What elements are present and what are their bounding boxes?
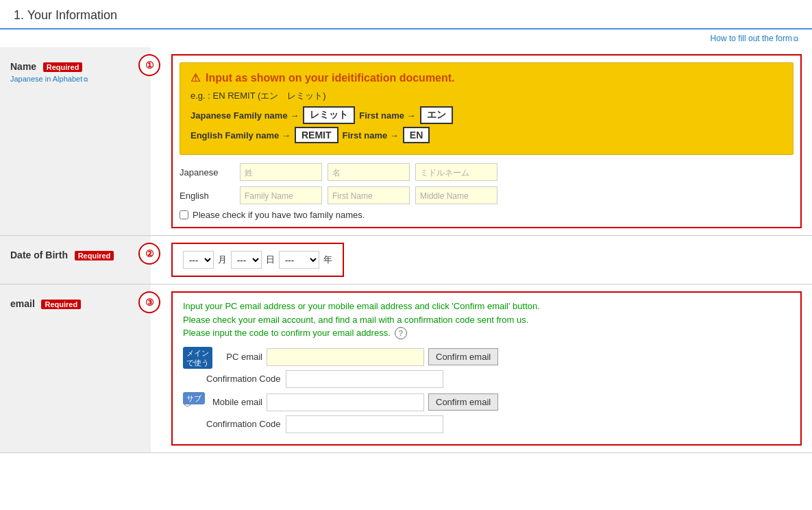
email-required-badge: Required <box>41 300 81 309</box>
japanese-lang-label: Japanese <box>180 167 234 178</box>
name-label-col: Name Required Japanese in Alphabet <box>0 47 151 235</box>
mobile-confirmation-row: Confirmation Code <box>183 415 790 433</box>
en-family-input[interactable] <box>240 186 322 204</box>
pc-email-label: PC email <box>208 352 262 362</box>
en-first-input[interactable] <box>328 186 410 204</box>
email-notice-line2: Please check your email account, and fin… <box>183 313 790 327</box>
jp-family-value: レミット <box>303 106 355 124</box>
email-content-col: ③ Input your PC email address or your mo… <box>151 284 812 452</box>
mobile-email-label: Mobile email <box>208 397 262 407</box>
dob-content-col: ② --- 1234 5678 9101112 月 --- 12345 6789… <box>151 236 812 284</box>
name-required-badge: Required <box>43 62 83 72</box>
two-family-checkbox[interactable] <box>180 210 188 219</box>
jp-first-label: First name → <box>359 110 415 121</box>
name-field-label: Name <box>10 61 36 72</box>
dob-label-col: Date of Birth Required <box>0 236 151 284</box>
day-suffix: 日 <box>266 254 275 266</box>
email-notice-line3: Please input the code to confirm your em… <box>183 326 391 340</box>
dob-day-select[interactable]: --- 12345 678910 1112131415 1617181920 2… <box>231 251 262 269</box>
en-family-value: REMIT <box>295 127 339 143</box>
how-to-link[interactable]: How to fill out the form <box>711 34 798 43</box>
dob-field-label: Date of Birth <box>10 250 68 260</box>
pc-email-group: メイン で使う PC email Confirm email <box>183 348 790 366</box>
english-input-row: English <box>180 186 793 204</box>
email-row: email Required ③ Input your PC email add… <box>0 284 812 453</box>
name-box: Input as shown on your ideitification do… <box>171 54 802 228</box>
en-first-value: EN <box>403 127 430 143</box>
year-suffix: 年 <box>323 254 332 266</box>
month-suffix: 月 <box>218 254 227 266</box>
dob-row: Date of Birth Required ② --- 1234 5678 9… <box>0 236 812 284</box>
pc-confirm-email-button[interactable]: Confirm email <box>428 348 498 365</box>
dob-box: --- 1234 5678 9101112 月 --- 12345 678910… <box>171 243 344 277</box>
pc-confirmation-row: Confirmation Code <box>183 370 790 388</box>
pc-confirmation-input[interactable] <box>286 370 443 388</box>
notice-example: e.g. : EN REMIT (エン レミット) <box>190 90 783 102</box>
email-field-label: email <box>10 298 35 309</box>
mobile-confirmation-input[interactable] <box>286 415 443 433</box>
pc-email-input[interactable] <box>267 348 424 366</box>
notice-title: Input as shown on your ideitification do… <box>190 71 783 84</box>
step-3-circle: ③ <box>138 291 160 313</box>
en-middle-input[interactable] <box>415 186 497 204</box>
page-header: 1. Your Information How to fill out the … <box>0 0 812 47</box>
mobile-email-row: サブ Mobile email Confirm email <box>208 393 498 411</box>
main-badge-wrapper: メイン で使う <box>183 347 212 369</box>
jp-family-label: Japanese Family name → <box>190 110 299 121</box>
email-notice-line1: Input your PC email address or your mobi… <box>183 300 790 313</box>
sub-badge: サブ <box>183 392 205 404</box>
email-label-col: email Required <box>0 284 151 452</box>
dob-month-select[interactable]: --- 1234 5678 9101112 <box>183 251 214 269</box>
jp-name-row: Japanese Family name → レミット First name →… <box>190 106 783 124</box>
email-notice: Input your PC email address or your mobi… <box>183 300 790 340</box>
email-box: Input your PC email address or your mobi… <box>171 291 802 446</box>
dob-required-badge: Required <box>75 251 114 260</box>
page-title: 1. Your Information <box>14 8 117 22</box>
mobile-email-input[interactable] <box>267 393 424 411</box>
name-content-col: ① Input as shown on your ideitification … <box>151 47 812 235</box>
mobile-confirmation-label: Confirmation Code <box>206 419 280 429</box>
en-name-row: English Family name → REMIT First name →… <box>190 127 783 143</box>
en-family-label: English Family name → <box>190 130 291 141</box>
two-family-row: Please check if you have two family name… <box>180 210 793 220</box>
help-icon[interactable]: ? <box>395 327 407 339</box>
step-1-circle: ① <box>138 54 160 76</box>
japanese-alphabet-link[interactable]: Japanese in Alphabet <box>10 75 140 84</box>
en-first-label: First name → <box>343 130 399 141</box>
japanese-input-row: Japanese <box>180 163 793 181</box>
mobile-email-group: サブ Mobile email Confirm email <box>183 393 790 411</box>
two-family-label: Please check if you have two family name… <box>193 210 365 220</box>
english-lang-label: English <box>180 191 234 201</box>
form-body: Name Required Japanese in Alphabet ① Inp… <box>0 47 812 453</box>
dob-year-select[interactable]: --- 1940195019601970 1980199020002005 <box>279 251 319 269</box>
main-badge: メイン で使う <box>183 347 212 369</box>
mobile-confirm-email-button[interactable]: Confirm email <box>428 393 498 411</box>
sub-badge-wrapper: サブ <box>183 392 205 404</box>
pc-email-row: メイン で使う PC email Confirm email <box>208 348 498 366</box>
mobile-email-section: サブ Mobile email Confirm email Confirmati… <box>183 393 790 433</box>
step-2-circle: ② <box>138 243 160 265</box>
jp-first-input[interactable] <box>328 163 410 181</box>
name-row: Name Required Japanese in Alphabet ① Inp… <box>0 47 812 236</box>
name-notice: Input as shown on your ideitification do… <box>180 62 793 155</box>
jp-family-input[interactable] <box>240 163 322 181</box>
pc-confirmation-label: Confirmation Code <box>206 374 280 384</box>
jp-first-value: エン <box>420 106 453 124</box>
jp-middle-input[interactable] <box>415 163 497 181</box>
